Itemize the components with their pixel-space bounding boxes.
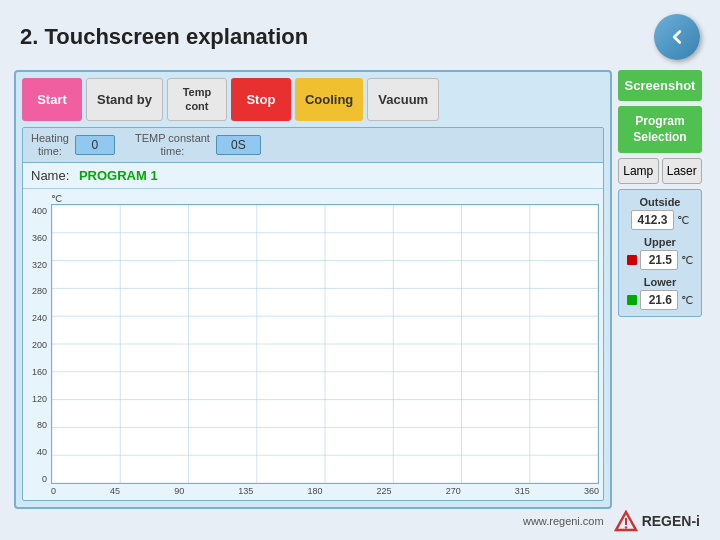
lower-temp-unit: ℃: [681, 294, 693, 307]
upper-temp-label: Upper: [625, 236, 695, 248]
ui-panel: Start Stand by Tempcont Stop Cooling Vac…: [14, 70, 706, 509]
outside-temp-value-row: 412.3 ℃: [625, 210, 695, 230]
outside-temp-unit: ℃: [677, 214, 689, 227]
upper-temp-indicator: [627, 255, 637, 265]
lower-temp-section: Lower 21.6 ℃: [625, 276, 695, 310]
footer-url: www.regeni.com: [523, 515, 604, 527]
page-title: 2. Touchscreen explanation: [20, 24, 308, 50]
chart-svg: [52, 205, 598, 483]
y-axis: 400 360 320 280 240 200 160 120 80 40 0: [27, 204, 51, 484]
screenshot-button[interactable]: Screenshot: [618, 70, 702, 101]
temp-constant-label: TEMP constanttime:: [135, 132, 210, 158]
upper-temp-section: Upper 21.5 ℃: [625, 236, 695, 270]
back-button[interactable]: [654, 14, 700, 60]
back-arrow-icon: [666, 26, 688, 48]
right-sidebar: Screenshot ProgramSelection Lamp Laser O…: [618, 70, 706, 509]
laser-button[interactable]: Laser: [662, 158, 703, 184]
program-name: PROGRAM 1: [79, 168, 158, 183]
info-bar: Heatingtime: TEMP constanttime:: [23, 128, 603, 163]
button-row: Start Stand by Tempcont Stop Cooling Vac…: [22, 78, 604, 121]
chart-wrap: 400 360 320 280 240 200 160 120 80 40 0: [27, 204, 599, 496]
chart-container: ℃ 400 360 320 280 240 200 160 120 80 40 …: [23, 189, 603, 500]
upper-temp-value: 21.5: [640, 250, 678, 270]
brand-name: REGEN-i: [642, 513, 700, 529]
lamp-laser-row: Lamp Laser: [618, 158, 702, 184]
lower-temp-value-row: 21.6 ℃: [625, 290, 695, 310]
footer: www.regeni.com REGEN-i: [523, 510, 700, 532]
cooling-button[interactable]: Cooling: [295, 78, 363, 121]
program-selection-button[interactable]: ProgramSelection: [618, 106, 702, 153]
lower-temp-value: 21.6: [640, 290, 678, 310]
chart-unit: ℃: [27, 193, 599, 204]
outside-temp-section: Outside 412.3 ℃: [625, 196, 695, 230]
program-bar: Name: PROGRAM 1: [23, 163, 603, 189]
step-number: 2.: [20, 24, 38, 49]
lower-temp-indicator: [627, 295, 637, 305]
x-axis: 0 45 90 135 180 225 270 315 360: [51, 484, 599, 496]
standby-button[interactable]: Stand by: [86, 78, 163, 121]
heating-time-field: Heatingtime:: [31, 132, 115, 158]
vacuum-button[interactable]: Vacuum: [367, 78, 439, 121]
outside-temp-value: 412.3: [631, 210, 673, 230]
temp-constant-input[interactable]: [216, 135, 261, 155]
heating-time-label: Heatingtime:: [31, 132, 69, 158]
main-content-area: Heatingtime: TEMP constanttime: Name: PR…: [22, 127, 604, 501]
chart-grid: [51, 204, 599, 484]
heating-time-input[interactable]: [75, 135, 115, 155]
upper-temp-value-row: 21.5 ℃: [625, 250, 695, 270]
temp-constant-field: TEMP constanttime:: [135, 132, 261, 158]
regen-logo-icon: [614, 510, 638, 532]
svg-point-22: [624, 526, 626, 528]
lamp-button[interactable]: Lamp: [618, 158, 659, 184]
control-panel: Start Stand by Tempcont Stop Cooling Vac…: [14, 70, 612, 509]
start-button[interactable]: Start: [22, 78, 82, 121]
temp-cont-button[interactable]: Tempcont: [167, 78, 227, 121]
temperature-panel: Outside 412.3 ℃ Upper 21.5 ℃ Lower 21.6: [618, 189, 702, 317]
lower-temp-label: Lower: [625, 276, 695, 288]
outside-temp-label: Outside: [625, 196, 695, 208]
upper-temp-unit: ℃: [681, 254, 693, 267]
chart-inner: 0 45 90 135 180 225 270 315 360: [51, 204, 599, 496]
brand-logo: REGEN-i: [614, 510, 700, 532]
title-text: Touchscreen explanation: [44, 24, 308, 49]
name-label: Name:: [31, 168, 69, 183]
stop-button[interactable]: Stop: [231, 78, 291, 121]
page-header: 2. Touchscreen explanation: [0, 0, 720, 70]
